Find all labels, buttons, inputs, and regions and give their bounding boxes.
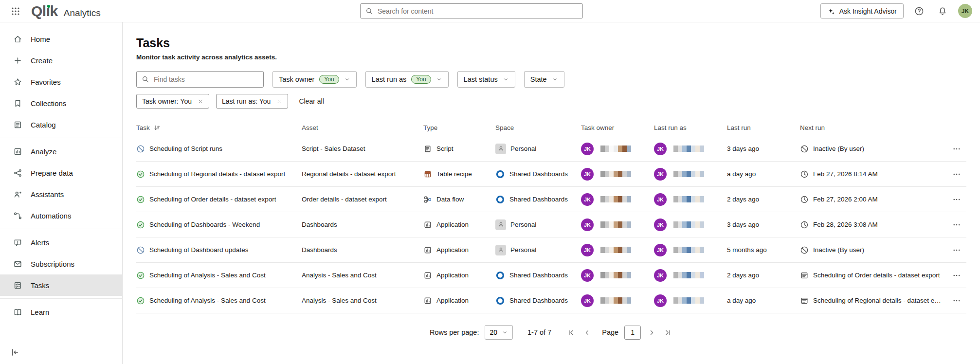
sidebar-item-label: Analyze bbox=[31, 147, 56, 156]
sidebar-item-tasks[interactable]: Tasks bbox=[0, 274, 122, 296]
global-search[interactable] bbox=[360, 3, 583, 18]
sidebar-item-subscriptions[interactable]: Subscriptions bbox=[0, 253, 122, 274]
redacted-block bbox=[609, 146, 614, 152]
redacted-block bbox=[691, 221, 695, 228]
chevron-down-icon bbox=[344, 76, 350, 83]
sidebar-item-assistants[interactable]: Assistants bbox=[0, 183, 122, 205]
search-icon bbox=[365, 7, 373, 15]
column-header-asset[interactable]: Asset bbox=[302, 124, 423, 131]
sidebar-item-favorites[interactable]: Favorites bbox=[0, 71, 122, 92]
find-tasks-input[interactable] bbox=[154, 75, 258, 83]
table-row[interactable]: Scheduling of Dashboard updatesDashboard… bbox=[136, 237, 966, 263]
owner-avatar: JK bbox=[581, 168, 594, 181]
main-content: Tasks Monitor task activity across analy… bbox=[123, 22, 980, 364]
more-options-button[interactable] bbox=[952, 271, 961, 280]
sidebar-item-label: Prepare data bbox=[31, 169, 73, 177]
redacted-name bbox=[600, 146, 631, 152]
redacted-block bbox=[600, 171, 605, 177]
filter-chip-label: Task owner: You bbox=[142, 97, 192, 105]
more-options-button[interactable] bbox=[952, 145, 961, 153]
app-launcher-icon[interactable] bbox=[8, 3, 23, 19]
next-run-value: Scheduling of Order details - dataset ex… bbox=[813, 272, 940, 279]
global-search-input[interactable] bbox=[378, 7, 578, 15]
sidebar-item-learn[interactable]: Learn bbox=[0, 301, 122, 323]
asset-cell: Script - Sales Dataset bbox=[302, 145, 423, 152]
more-options-button[interactable] bbox=[952, 220, 961, 229]
filter-dropdown-last-run-as[interactable]: Last run asYou bbox=[365, 71, 449, 88]
find-tasks[interactable] bbox=[136, 71, 264, 88]
more-options-button[interactable] bbox=[952, 195, 961, 204]
more-options-button[interactable] bbox=[952, 170, 961, 179]
help-icon[interactable] bbox=[911, 3, 927, 19]
last-run-value: 3 days ago bbox=[727, 221, 759, 228]
table-row[interactable]: Scheduling of Analysis - Sales and CostA… bbox=[136, 263, 966, 288]
table-row[interactable]: Scheduling of Order details - dataset ex… bbox=[136, 187, 966, 212]
redacted-name bbox=[673, 146, 704, 152]
redacted-block bbox=[695, 297, 700, 304]
column-header-last-run[interactable]: Last run bbox=[727, 124, 800, 131]
rows-per-page-select[interactable]: 20 bbox=[485, 325, 513, 340]
column-header-task-owner[interactable]: Task owner bbox=[581, 124, 654, 131]
collapse-sidebar-button[interactable] bbox=[10, 347, 20, 357]
redacted-block bbox=[682, 247, 687, 253]
column-header-type[interactable]: Type bbox=[423, 124, 495, 131]
run-as-avatar: JK bbox=[654, 193, 667, 206]
last-run-cell: 2 days ago bbox=[727, 272, 800, 279]
ask-insight-advisor-button[interactable]: Ask Insight Advisor bbox=[820, 3, 904, 18]
column-header-next-run[interactable]: Next run bbox=[800, 124, 947, 131]
page-title: Tasks bbox=[136, 36, 966, 50]
table-row[interactable]: Scheduling of Script runsScript - Sales … bbox=[136, 136, 966, 162]
filter-dropdown-state[interactable]: State bbox=[524, 71, 564, 88]
personal-space-icon bbox=[495, 144, 506, 154]
sidebar-item-create[interactable]: Create bbox=[0, 50, 122, 71]
sidebar-item-prepare-data[interactable]: Prepare data bbox=[0, 162, 122, 183]
filter-dropdown-last-status[interactable]: Last status bbox=[457, 71, 515, 88]
space-cell: Personal bbox=[495, 144, 581, 154]
first-page-button[interactable] bbox=[566, 329, 576, 336]
sidebar-item-alerts[interactable]: Alerts bbox=[0, 232, 122, 253]
task-cell: Scheduling of Analysis - Sales and Cost bbox=[136, 296, 302, 305]
sidebar-item-label: Create bbox=[31, 56, 53, 65]
filter-dropdown-task-owner[interactable]: Task ownerYou bbox=[272, 71, 357, 88]
page-number-input[interactable] bbox=[624, 326, 641, 340]
table-row[interactable]: Scheduling of Regional details - dataset… bbox=[136, 162, 966, 187]
table-row[interactable]: Scheduling of Dashboards - WeekendDashbo… bbox=[136, 212, 966, 237]
redacted-block bbox=[622, 297, 627, 304]
close-icon[interactable] bbox=[276, 98, 282, 105]
sidebar-item-home[interactable]: Home bbox=[0, 28, 122, 50]
close-icon[interactable] bbox=[197, 98, 203, 105]
redacted-block bbox=[687, 221, 691, 228]
notifications-bell-icon[interactable] bbox=[935, 3, 950, 19]
column-header-space[interactable]: Space bbox=[495, 124, 581, 131]
redacted-block bbox=[687, 247, 691, 253]
type-label: Application bbox=[436, 297, 469, 304]
check-circle-icon bbox=[136, 195, 145, 204]
sidebar-item-analyze[interactable]: Analyze bbox=[0, 141, 122, 162]
table-row[interactable]: Scheduling of Analysis - Sales and CostA… bbox=[136, 288, 966, 313]
previous-page-button[interactable] bbox=[582, 329, 592, 336]
column-header-task[interactable]: Task bbox=[136, 124, 302, 131]
redacted-block bbox=[673, 146, 678, 152]
sidebar-item-automations[interactable]: Automations bbox=[0, 205, 122, 226]
redacted-block bbox=[605, 196, 609, 202]
last-page-button[interactable] bbox=[663, 329, 673, 336]
type-cell: Data flow bbox=[423, 195, 495, 204]
more-options-button[interactable] bbox=[952, 246, 961, 255]
more-options-button[interactable] bbox=[952, 296, 961, 305]
sidebar-item-collections[interactable]: Collections bbox=[0, 92, 122, 114]
script-icon bbox=[423, 145, 432, 153]
sidebar-item-catalog[interactable]: Catalog bbox=[0, 114, 122, 135]
page-label: Page bbox=[602, 328, 618, 336]
sidebar-item-label: Subscriptions bbox=[31, 260, 74, 268]
column-header-last-run-as[interactable]: Last run as bbox=[654, 124, 727, 131]
tasks-icon bbox=[13, 281, 22, 290]
home-icon bbox=[13, 35, 22, 44]
next-run-cell: Feb 28, 2026 3:08 AM bbox=[800, 220, 947, 229]
user-avatar[interactable]: JK bbox=[958, 4, 972, 18]
clear-all-button[interactable]: Clear all bbox=[299, 97, 324, 105]
inactive-status-icon bbox=[136, 145, 145, 153]
personal-space-icon bbox=[495, 219, 506, 230]
last-run-value: 3 days ago bbox=[727, 145, 759, 152]
next-page-button[interactable] bbox=[647, 329, 657, 336]
row-menu bbox=[947, 296, 966, 305]
